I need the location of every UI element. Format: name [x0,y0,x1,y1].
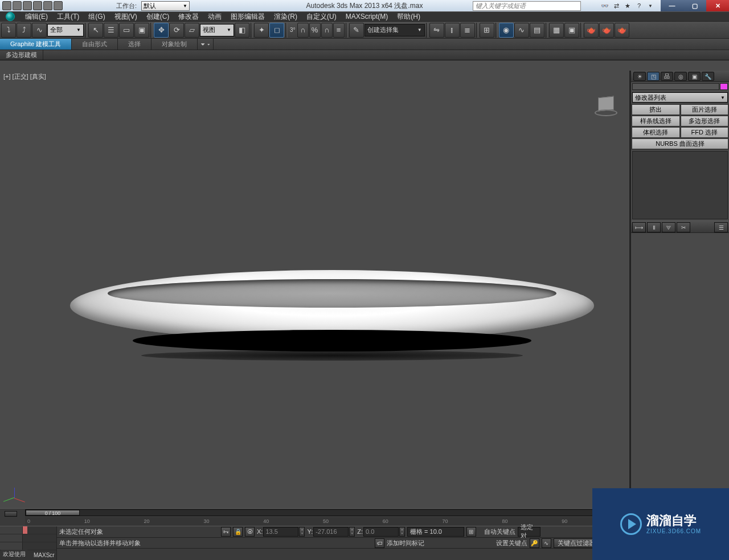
ribbon-sub-poly[interactable]: 多边形建模 [0,50,43,60]
menu-tools[interactable]: 工具(T) [52,12,84,22]
mod-nurbs-button[interactable]: NURBS 曲面选择 [632,138,728,149]
workspace-dropdown[interactable]: 默认 ▼ [141,1,190,11]
dope-sheet-icon[interactable]: ▤ [530,23,544,38]
render-setup-icon[interactable]: ▦ [549,23,564,38]
move-icon[interactable]: ✥ [154,23,169,38]
selcenter-icon[interactable]: ⦿ [245,527,255,537]
chevron-down-icon[interactable]: ▼ [646,1,655,10]
select-icon[interactable]: ↖ [88,23,103,38]
angle-snap-icon[interactable]: ∩ [297,23,309,38]
menu-render[interactable]: 渲染(R) [269,12,302,22]
selection-set-dropdown[interactable]: 创建选择集▼ [364,24,425,36]
x-spinner[interactable]: ▲▼ [299,527,305,537]
scale-icon[interactable]: ▱ [185,23,199,38]
menu-view[interactable]: 视图(V) [110,12,142,22]
ribbon-tab-paint[interactable]: 对象绘制 [151,39,198,50]
link-icon[interactable]: ⤵ [1,23,16,38]
ribbon-tab-select[interactable]: 选择 [118,39,151,50]
menu-grapheditors[interactable]: 图形编辑器 [226,12,269,22]
edge-snap-icon[interactable]: ≡ [333,23,345,38]
remove-mod-icon[interactable]: ✂ [677,222,690,232]
spinner-snap-icon[interactable]: ∩ [321,23,333,38]
render-iter-icon[interactable]: 🫖 [599,23,614,38]
tab-hierarchy-icon[interactable]: 品 [661,72,673,81]
curve-editor-icon[interactable]: ∿ [514,23,529,38]
viewcube[interactable] [594,93,618,117]
unlink-icon[interactable]: ⤴ [17,23,31,38]
y-spinner[interactable]: ▲▼ [349,527,355,537]
menu-animation[interactable]: 动画 [203,12,226,22]
menu-group[interactable]: 组(G) [84,12,109,22]
mod-volsel-button[interactable]: 体积选择 [632,127,680,138]
named-sets-icon[interactable]: ✎ [349,23,364,38]
select-window-icon[interactable]: ▣ [134,23,149,38]
key-mode-field[interactable]: 选定对 [518,527,540,537]
mod-ffdsel-button[interactable]: FFD 选择 [681,127,729,138]
align-icon[interactable]: ⫿ [445,23,460,38]
modifier-list-dropdown[interactable]: 修改器列表 ▼ [632,92,728,103]
render-prod-icon[interactable]: 🫖 [615,23,629,38]
y-input[interactable] [313,527,349,537]
x-input[interactable] [263,527,298,537]
star-icon[interactable]: ★ [623,1,632,10]
mirror-icon[interactable]: ⇋ [429,23,444,38]
unique-icon[interactable]: ⩔ [662,222,675,232]
manip-icon[interactable]: ✦ [254,23,269,38]
tab-modify-icon[interactable]: ◳ [647,72,660,81]
selection-filter-dropdown[interactable]: 全部▼ [47,24,84,36]
percent-snap-icon[interactable]: % [309,23,321,38]
ribbon-tab-freeform[interactable]: 自由形式 [72,39,118,50]
search-input[interactable] [473,2,580,10]
open-icon[interactable] [13,1,22,10]
select-rect-icon[interactable]: ▭ [119,23,134,38]
show-end-icon[interactable]: Ⅱ [647,222,661,232]
mod-extrude-button[interactable]: 挤出 [632,104,680,115]
mod-splinesel-button[interactable]: 样条线选择 [632,116,680,126]
z-input[interactable] [363,527,399,537]
object-name-field[interactable] [632,83,719,90]
ribbon-expand-icon[interactable]: ⏷ ▾ [198,39,214,50]
app-menu-button[interactable] [0,11,21,22]
time-thumb[interactable]: 0 / 100 [26,510,80,516]
isolate-icon[interactable]: 🔒 [233,527,243,537]
link-icon[interactable] [54,1,63,10]
maximize-button[interactable]: ▢ [683,0,706,11]
new-icon[interactable] [2,1,11,10]
tab-motion-icon[interactable]: ◎ [674,72,687,81]
redo-icon[interactable] [43,1,52,10]
close-button[interactable]: ✕ [706,0,729,11]
bind-icon[interactable]: ∿ [32,23,47,38]
time-track[interactable]: 0 / 100 [25,509,632,516]
mod-patchsel-button[interactable]: 面片选择 [681,104,729,115]
render-last-icon[interactable]: 🫖 [584,23,599,38]
undo-icon[interactable] [33,1,42,10]
rollout-area[interactable] [631,233,729,508]
object-color-swatch[interactable] [720,83,728,90]
maxscript-label[interactable]: MAXScr [32,551,56,559]
viewport[interactable]: [+] [正交] [真实] [0,71,630,508]
viewport-label[interactable]: [+] [正交] [真实] [3,72,46,81]
ribbon-tab-graphite[interactable]: Graphite 建模工具 [0,39,72,50]
setkey-icon[interactable]: 🔑 [530,538,539,548]
trackbar-toggle[interactable] [5,511,17,517]
schematic-icon[interactable]: ⊞ [480,23,494,38]
layers-icon[interactable]: ≣ [460,23,475,38]
help-icon[interactable]: ? [634,1,644,10]
render-frame-icon[interactable]: ▣ [564,23,579,38]
select-name-icon[interactable]: ☰ [104,23,118,38]
add-timetag[interactable]: 添加时间标记 [387,539,424,547]
menu-edit[interactable]: 编辑(E) [21,12,52,22]
modifier-stack[interactable] [632,151,728,219]
configure-sets-icon[interactable]: ☰ [714,222,728,232]
autokey-label[interactable]: 自动关键点 [484,528,515,536]
rotate-icon[interactable]: ⟳ [169,23,184,38]
minimize-button[interactable]: — [661,0,683,11]
menu-maxscript[interactable]: MAXScript(M) [341,13,393,21]
mod-polysel-button[interactable]: 多边形选择 [681,116,729,126]
mini-trackview[interactable]: 欢迎使用 MAXScr [0,526,57,560]
grid-toggle-icon[interactable]: ⊞ [466,527,476,537]
material-editor-icon[interactable]: ◉ [499,23,514,38]
pin-stack-icon[interactable]: ⟼ [632,222,646,232]
setkey-label[interactable]: 设置关键点 [496,539,527,547]
tab-create-icon[interactable]: ☀ [633,72,646,81]
